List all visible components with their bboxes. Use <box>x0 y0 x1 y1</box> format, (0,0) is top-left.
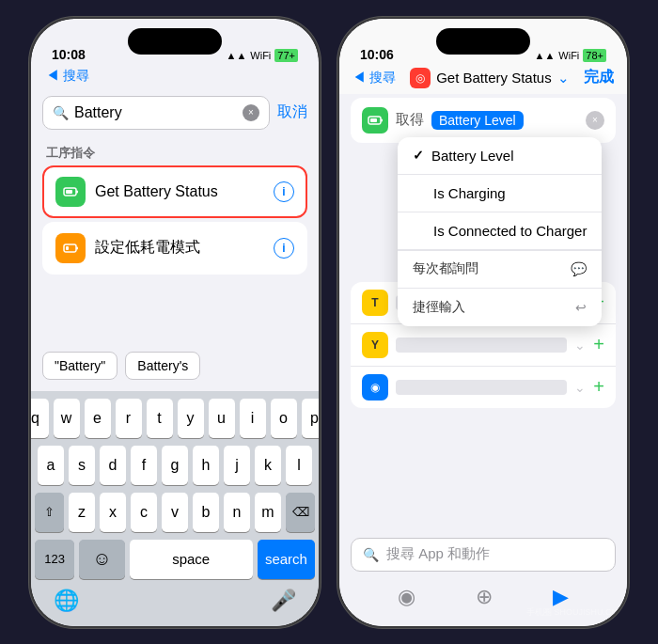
shortcuts-title: ◎ Get Battery Status ⌄ <box>410 68 570 88</box>
key-q[interactable]: q <box>31 399 49 438</box>
action-value[interactable]: Battery Level <box>431 111 524 130</box>
signal-icon-right: ▲▲ <box>535 50 556 61</box>
globe-icon-left[interactable]: 🌐 <box>54 589 79 613</box>
action-close-button[interactable]: × <box>586 111 604 130</box>
svg-rect-8 <box>370 118 377 122</box>
key-e[interactable]: e <box>85 399 111 438</box>
key-w[interactable]: w <box>54 399 80 438</box>
section-header-left: 工序指令 <box>31 137 319 165</box>
key-t[interactable]: t <box>147 399 173 438</box>
suggestion-batterys[interactable]: Battery's <box>125 352 200 380</box>
action-header: 取得 Battery Level × <box>351 98 616 143</box>
mic-icon-left[interactable]: 🎤 <box>271 589 296 613</box>
search-input-left[interactable]: Battery <box>74 104 237 121</box>
low-power-info[interactable]: i <box>274 238 294 259</box>
key-v[interactable]: v <box>162 493 188 532</box>
bottom-search-placeholder: 搜尋 App 和動作 <box>386 545 490 563</box>
shortcuts-app-icon: ◎ <box>410 68 431 88</box>
suggestions-row: "Battery" Battery's <box>31 340 319 391</box>
next-row-2-text <box>396 338 567 353</box>
shortcut-input-label: 捷徑輸入 <box>413 299 465 316</box>
dropdown-item-ask-each[interactable]: 每次都詢問 💬 <box>398 250 602 289</box>
key-z[interactable]: z <box>69 493 95 532</box>
keyboard-row4: 123 ☺ space search <box>35 540 315 579</box>
dynamic-island-right <box>436 28 530 55</box>
back-button-right[interactable]: ◀ 搜尋 <box>352 70 396 86</box>
low-power-label: 設定低耗電模式 <box>95 238 264 258</box>
done-button[interactable]: 完成 <box>584 68 614 87</box>
search-key[interactable]: search <box>258 540 315 579</box>
key-h[interactable]: h <box>193 446 219 485</box>
chevron-right-3: ⌄ <box>574 380 586 395</box>
key-u[interactable]: u <box>209 399 235 438</box>
key-o[interactable]: o <box>271 399 297 438</box>
shift-key[interactable]: ⇧ <box>35 493 64 532</box>
bottom-search-right[interactable]: 🔍 搜尋 App 和動作 <box>351 538 616 572</box>
key-l[interactable]: l <box>286 446 312 485</box>
cancel-button-left[interactable]: 取消 <box>277 102 307 122</box>
get-battery-info[interactable]: i <box>274 181 294 202</box>
space-key[interactable]: space <box>130 540 253 579</box>
key-r[interactable]: r <box>116 399 142 438</box>
low-power-icon <box>55 233 86 263</box>
suggestion-battery-quoted[interactable]: "Battery" <box>42 352 118 380</box>
keyboard-left: q w e r t y u i o p a s d f g h j k l <box>31 391 319 585</box>
key-n[interactable]: n <box>224 493 250 532</box>
key-b[interactable]: b <box>193 493 219 532</box>
dropdown-item-shortcut-input[interactable]: 捷徑輸入 ↩ <box>398 289 602 326</box>
search-clear-left[interactable]: × <box>243 104 259 121</box>
left-phone: 10:08 ▲▲ WiFi 77+ ◀ 搜尋 🔍 Battery × 取消 工序… <box>29 17 321 628</box>
battery-level-dropdown: ✓ Battery Level Is Charging Is Connected… <box>398 137 602 327</box>
signal-icon-left: ▲▲ <box>227 50 247 61</box>
backspace-key[interactable]: ⌫ <box>286 493 315 532</box>
key-m[interactable]: m <box>255 493 281 532</box>
next-row-2[interactable]: Y ⌄ + <box>351 324 616 367</box>
key-j[interactable]: j <box>224 446 250 485</box>
next-row-3[interactable]: ◉ ⌄ + <box>351 367 616 408</box>
key-p[interactable]: p <box>302 399 320 438</box>
svg-rect-2 <box>66 190 72 194</box>
key-s[interactable]: s <box>69 446 95 485</box>
get-battery-label: Get Battery Status <box>95 183 264 200</box>
key-d[interactable]: d <box>100 446 126 485</box>
svg-rect-4 <box>76 246 78 249</box>
svg-rect-5 <box>66 246 69 250</box>
key-i[interactable]: i <box>240 399 266 438</box>
wifi-icon-left: WiFi <box>250 50 271 61</box>
dropdown-item-is-connected[interactable]: Is Connected to Charger <box>398 212 602 250</box>
shortcut-input-icon: ↩ <box>575 300 587 315</box>
numbers-key[interactable]: 123 <box>35 540 74 579</box>
watermark: 手机圈 SHOUJISHU.CN <box>526 606 618 619</box>
action-card: 取得 Battery Level × ✓ Battery Level Is Ch… <box>351 98 616 143</box>
dropdown-item-battery-level[interactable]: ✓ Battery Level <box>398 137 602 175</box>
key-c[interactable]: c <box>131 493 157 532</box>
key-a[interactable]: a <box>38 446 64 485</box>
dropdown-battery-level-label: Battery Level <box>431 148 514 164</box>
list-item-get-battery[interactable]: Get Battery Status i <box>42 165 307 218</box>
clear-icon-left: × <box>248 107 254 118</box>
key-x[interactable]: x <box>100 493 126 532</box>
next-row-3-icon: ◉ <box>362 374 388 401</box>
nav-icon-2[interactable]: ⊕ <box>476 585 493 609</box>
plus-button-2[interactable]: + <box>593 334 604 355</box>
keyboard-row1: q w e r t y u i o p <box>35 399 315 438</box>
check-icon-battery: ✓ <box>413 148 424 163</box>
key-y[interactable]: y <box>178 399 204 438</box>
emoji-key[interactable]: ☺ <box>79 540 125 579</box>
svg-rect-1 <box>76 190 78 193</box>
next-row-3-text <box>396 380 567 395</box>
status-icons-right: ▲▲ WiFi 78+ <box>535 49 606 62</box>
plus-button-3[interactable]: + <box>593 376 604 398</box>
dropdown-is-connected-label: Is Connected to Charger <box>433 223 587 239</box>
list-item-low-power[interactable]: 設定低耗電模式 i <box>42 222 307 275</box>
search-bar-left[interactable]: 🔍 Battery × <box>42 96 270 130</box>
wifi-icon-right: WiFi <box>558 50 579 61</box>
key-g[interactable]: g <box>162 446 188 485</box>
nav-icon-1[interactable]: ◉ <box>398 585 415 609</box>
key-k[interactable]: k <box>255 446 281 485</box>
status-icons-left: ▲▲ WiFi 77+ <box>227 49 298 62</box>
dropdown-item-is-charging[interactable]: Is Charging <box>398 175 602 212</box>
key-f[interactable]: f <box>131 446 157 485</box>
ask-each-icon: 💬 <box>571 261 587 276</box>
back-button-left[interactable]: ◀ 搜尋 <box>46 68 89 85</box>
